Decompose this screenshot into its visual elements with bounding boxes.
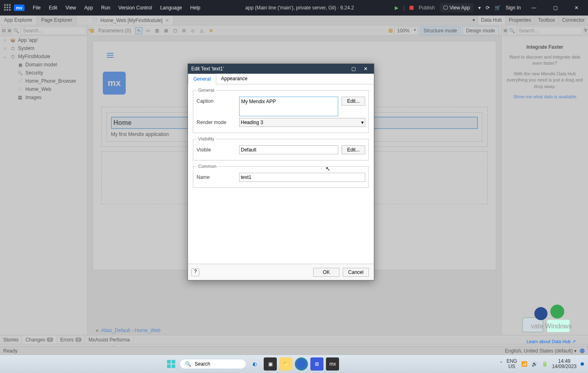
menu-app[interactable]: App [80, 5, 97, 11]
copilot-icon[interactable]: ◐ [248, 357, 261, 371]
notifications-icon[interactable] [581, 362, 584, 366]
menu-view[interactable]: View [61, 5, 80, 11]
run-icon[interactable]: ▶ [395, 5, 398, 11]
wifi-icon[interactable]: 📶 [521, 361, 527, 367]
cancel-button[interactable]: Cancel [343, 268, 369, 277]
layout-tool-5-icon[interactable]: ⊟ [180, 27, 188, 34]
language-selector[interactable]: English, United States (default) ▾ [505, 348, 577, 354]
edit-caption-button[interactable]: Edit... [341, 97, 365, 106]
tab-overflow-icon[interactable]: ▾ [470, 16, 477, 25]
explorer-tab-page-explorer[interactable]: Page Explorer [37, 16, 77, 25]
expand-icon[interactable]: ⌄ [2, 54, 7, 59]
dialog-tab-general[interactable]: General [188, 74, 216, 84]
refresh-icon[interactable]: ⟳ [486, 5, 490, 11]
cart-icon[interactable]: 🛒 [495, 5, 501, 11]
expand-icon[interactable]: ⊞ [7, 27, 11, 34]
dialog-tab-appearance[interactable]: Appearance [216, 74, 253, 84]
layout-tool-7-icon[interactable]: △ [198, 27, 206, 34]
name-input[interactable] [239, 173, 365, 182]
layout-tool-1-icon[interactable]: ▭ [144, 27, 152, 34]
explorer-search-input[interactable] [21, 27, 86, 35]
view-app-button[interactable]: 🖵 View App [440, 3, 473, 12]
scroll-left-icon[interactable]: « [96, 328, 99, 333]
bottom-tab-mxassist performa[interactable]: MxAssist Performa [85, 335, 133, 344]
caption-input[interactable]: My Mendix APP [239, 97, 338, 116]
hamburger-icon[interactable] [107, 53, 113, 58]
menu-language[interactable]: Language [156, 5, 186, 11]
explorer-icon[interactable]: 📁 [279, 357, 292, 371]
tree-item[interactable]: 🔍Security [0, 69, 87, 77]
expand-icon[interactable]: › [2, 45, 7, 51]
apps-grid-icon[interactable] [4, 4, 11, 11]
show-data-link[interactable]: Show me what data is available [513, 94, 576, 99]
menu-edit[interactable]: Edit [45, 5, 61, 11]
bottom-tab-errors[interactable]: Errors0 [57, 335, 85, 344]
breadcrumb-item[interactable]: Home_Web [135, 328, 161, 333]
datahub-search-input[interactable] [517, 27, 582, 35]
panel-tab-data-hub[interactable]: Data Hub [477, 16, 505, 25]
layout-tool-8-icon[interactable]: ⬢ [207, 27, 215, 34]
edge-icon[interactable] [295, 357, 308, 371]
select-tool-icon[interactable]: ↖ [135, 27, 142, 34]
maximize-icon[interactable]: ▢ [547, 5, 563, 11]
menu-file[interactable]: File [29, 5, 45, 11]
minimize-icon[interactable]: — [526, 5, 542, 11]
parameters-label[interactable]: Parameters (0) [96, 28, 133, 34]
document-tab[interactable]: 📄 Home_Web [MyFirstModule] ✕ [88, 16, 174, 25]
layout-tool-4-icon[interactable]: ▢ [171, 27, 179, 34]
tree-item[interactable]: 📄Home_Web [0, 85, 87, 93]
tree-item[interactable]: 📄Home_Phone_Browser [0, 77, 87, 85]
ok-button[interactable]: OK [313, 268, 339, 277]
store-icon[interactable]: ⊞ [310, 357, 323, 371]
system-tray[interactable]: ˄ ENGUS 📶 🔊 🔋 14:4914/09/2023 [500, 359, 584, 369]
collapse-icon[interactable]: ⊟ [2, 27, 6, 34]
tree-item[interactable]: ⌄⬡MyFirstModule [0, 52, 87, 61]
publish-button[interactable]: Publish [418, 5, 434, 11]
mendix-taskbar-icon[interactable]: mx [326, 357, 339, 371]
visible-input[interactable] [239, 145, 338, 154]
tree-item[interactable]: ›📦App 'app' [0, 36, 87, 44]
taskview-icon[interactable]: ▣ [264, 357, 277, 371]
start-icon[interactable] [165, 357, 178, 371]
zoom-select[interactable]: 100% [394, 27, 418, 35]
design-mode-button[interactable]: Design mode [462, 26, 499, 35]
filter-icon[interactable]: ∇ [584, 27, 588, 34]
layout-tool-3-icon[interactable]: ▤ [162, 27, 170, 34]
svg-point-2 [550, 305, 564, 319]
record-icon[interactable] [409, 6, 414, 10]
close-icon[interactable]: ✕ [361, 66, 371, 72]
close-tab-icon[interactable]: ✕ [165, 18, 169, 23]
explorer-tab-app-explorer[interactable]: App Explorer [0, 16, 37, 25]
tray-chevron-icon[interactable]: ˄ [500, 361, 502, 367]
dropdown-icon[interactable]: ▾ [478, 5, 481, 11]
close-icon[interactable]: ✕ [568, 5, 585, 11]
structure-mode-button[interactable]: Structure mode [420, 26, 461, 35]
render-mode-select[interactable]: Heading 3 ▾ [239, 118, 365, 127]
menu-version-control[interactable]: Version Control [114, 5, 156, 11]
bottom-tab-stories[interactable]: Stories [0, 335, 22, 344]
signin-button[interactable]: Sign In [506, 5, 521, 11]
edit-visible-button[interactable]: Edit... [341, 145, 365, 154]
battery-icon[interactable]: 🔋 [542, 361, 548, 367]
learn-datahub-link[interactable]: Learn about Data Hub ↗ [527, 339, 576, 344]
layout-tool-6-icon[interactable]: ◇ [189, 27, 197, 34]
taskbar-search[interactable]: 🔍 Search [180, 359, 246, 368]
tree-item[interactable]: ▦Domain model [0, 61, 87, 69]
layout-tool-2-icon[interactable]: ▥ [153, 27, 161, 34]
warning-icon[interactable] [389, 29, 393, 33]
bottom-tab-changes[interactable]: Changes0 [22, 335, 57, 344]
menu-help[interactable]: Help [186, 5, 205, 11]
panel-tab-properties[interactable]: Properties [505, 16, 535, 25]
volume-icon[interactable]: 🔊 [531, 361, 538, 367]
expand-icon[interactable]: › [2, 37, 7, 43]
tree-item[interactable]: ›⬡System [0, 44, 87, 52]
panel-tab-connector[interactable]: Connector [559, 16, 588, 25]
tree-item[interactable]: 🖼Images [0, 93, 87, 102]
panel-toggle-icon[interactable]: ⊞ [503, 27, 507, 34]
breadcrumb-item[interactable]: Atlas_Default [101, 328, 130, 333]
group-label: Common [197, 164, 218, 169]
panel-tab-toolbox[interactable]: Toolbox [534, 16, 558, 25]
help-icon[interactable]: ? [191, 268, 199, 276]
menu-run[interactable]: Run [97, 5, 114, 11]
maximize-icon[interactable]: ▢ [348, 66, 358, 72]
